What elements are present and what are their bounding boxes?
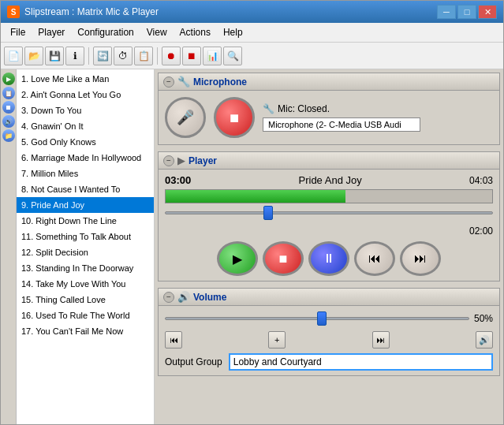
seek-track (165, 211, 493, 214)
seek-slider[interactable] (165, 205, 493, 221)
player-header: − ▶ Player (159, 152, 499, 170)
player-pause-button[interactable]: ⏸ (308, 241, 349, 276)
close-button[interactable]: ✕ (478, 5, 497, 19)
player-play-button[interactable]: ▶ (217, 241, 258, 276)
volume-icon: 🔊 (177, 291, 190, 303)
player-progress-fill (166, 190, 345, 203)
toolbar-record[interactable]: ⏺ (162, 47, 181, 65)
playlist: 1. Love Me Like a Man 2. Ain't Gonna Let… (17, 69, 155, 424)
player-current-time: 03:00 (165, 174, 191, 186)
toolbar-new[interactable]: 📄 (4, 47, 23, 65)
side-icon-5[interactable]: 📁 (2, 129, 15, 142)
volume-track (165, 317, 469, 320)
side-icon-volume[interactable]: 🔊 (2, 115, 15, 128)
volume-title: Volume (193, 292, 226, 303)
playlist-item-10[interactable]: 10. Right Down The Line (17, 213, 154, 229)
microphone-info: 🔧 Mic: Closed. Microphone (2- C-Media US… (263, 103, 420, 132)
playlist-item-3[interactable]: 3. Down To You (17, 103, 154, 118)
output-group-label: Output Group (165, 356, 222, 367)
microphone-record-button[interactable]: 🎤 (165, 97, 206, 138)
volume-start-button[interactable]: ⏮ (165, 331, 182, 349)
minimize-button[interactable]: ─ (437, 5, 456, 19)
toolbar-save[interactable]: 💾 (45, 47, 64, 65)
microphone-content: 🎤 ■ 🔧 Mic: Closed. Microphone (2- C-Medi… (159, 91, 499, 144)
playlist-item-5[interactable]: 5. God Only Knows (17, 134, 154, 150)
toolbar-stop[interactable]: ⏹ (182, 47, 201, 65)
microphone-status-row: 🔧 Mic: Closed. (263, 103, 420, 114)
playlist-item-13[interactable]: 13. Standing In The Doorway (17, 260, 154, 276)
playlist-item-9[interactable]: 9. Pride And Joy (17, 197, 154, 213)
microphone-title: Microphone (193, 76, 247, 88)
playlist-item-4[interactable]: 4. Gnawin' On It (17, 118, 154, 134)
menu-configuration[interactable]: Configuration (71, 24, 140, 40)
menu-help[interactable]: Help (217, 24, 249, 40)
player-progress-bar[interactable] (165, 189, 493, 203)
window-title: Slipstream : Matrix Mic & Player (24, 6, 159, 17)
volume-toggle[interactable]: − (163, 292, 174, 303)
volume-row: 50% (165, 311, 493, 326)
menu-bar: File Player Configuration View Actions H… (1, 23, 503, 43)
player-stop-button[interactable]: ■ (263, 241, 304, 276)
playlist-item-12[interactable]: 12. Split Decision (17, 244, 154, 260)
app-icon: S (7, 6, 20, 18)
toolbar-search[interactable]: 🔍 (223, 47, 242, 65)
microphone-section: − 🔧 Microphone 🎤 ■ 🔧 Mic: Closed. Microp… (158, 73, 500, 145)
playlist-item-16[interactable]: 16. Used To Rule The World (17, 308, 154, 323)
player-content: 03:00 Pride And Joy 04:03 02:00 ▶ (159, 170, 499, 281)
side-icon-3[interactable]: ⏹ (2, 101, 15, 114)
playlist-item-15[interactable]: 15. Thing Called Love (17, 292, 154, 308)
seek-thumb[interactable] (263, 206, 273, 220)
playlist-item-11[interactable]: 11. Something To Talk About (17, 229, 154, 244)
playlist-item-17[interactable]: 17. You Can't Fail Me Now (17, 323, 154, 339)
toolbar-sep-2 (157, 47, 158, 65)
volume-end-button[interactable]: ⏭ (372, 331, 390, 349)
output-group-input[interactable] (229, 353, 493, 371)
toolbar-info[interactable]: ℹ (65, 47, 84, 65)
volume-add-button[interactable]: + (268, 331, 286, 349)
player-toggle[interactable]: − (163, 155, 174, 166)
maximize-button[interactable]: □ (457, 5, 476, 19)
toolbar-open[interactable]: 📂 (24, 47, 43, 65)
title-bar: S Slipstream : Matrix Mic & Player ─ □ ✕ (1, 1, 503, 23)
microphone-stop-button[interactable]: ■ (214, 97, 255, 138)
volume-header: − 🔊 Volume (159, 289, 499, 306)
side-icons-panel: ▶ 📋 ⏹ 🔊 📁 (1, 69, 17, 424)
menu-view[interactable]: View (140, 24, 174, 40)
player-info-row: 03:00 Pride And Joy 04:03 (165, 174, 493, 186)
microphone-device: Microphone (2- C-Media USB Audi (263, 117, 420, 132)
player-section: − ▶ Player 03:00 Pride And Joy 04:03 (158, 151, 500, 281)
playlist-item-8[interactable]: 8. Not Cause I Wanted To (17, 181, 154, 197)
volume-thumb[interactable] (317, 311, 327, 326)
toolbar-refresh[interactable]: 🔄 (93, 47, 112, 65)
main-content: ▶ 📋 ⏹ 🔊 📁 1. Love Me Like a Man 2. Ain't… (1, 69, 503, 424)
menu-player[interactable]: Player (32, 24, 71, 40)
title-controls: ─ □ ✕ (437, 5, 497, 19)
side-icon-2[interactable]: 📋 (2, 87, 15, 99)
playlist-item-14[interactable]: 14. Take My Love With You (17, 276, 154, 292)
playlist-item-2[interactable]: 2. Ain't Gonna Let You Go (17, 87, 154, 103)
player-icon: ▶ (177, 155, 185, 166)
volume-percent: 50% (474, 313, 493, 324)
volume-content: 50% ⏮ + ⏭ 🔊 Output Group (159, 306, 499, 375)
volume-slider[interactable] (165, 311, 469, 326)
player-title: Player (189, 155, 217, 166)
toolbar-list[interactable]: 📋 (134, 47, 153, 65)
player-next-button[interactable]: ⏭ (400, 241, 441, 276)
microphone-icon: 🔧 (177, 76, 190, 88)
microphone-toggle[interactable]: − (163, 76, 174, 88)
playlist-item-6[interactable]: 6. Marriage Made In Hollywood (17, 150, 154, 166)
wrench-icon: 🔧 (263, 103, 274, 114)
playlist-item-7[interactable]: 7. Million Miles (17, 166, 154, 181)
volume-speaker-button[interactable]: 🔊 (476, 331, 493, 349)
toolbar-sep-1 (88, 47, 89, 65)
side-icon-play[interactable]: ▶ (2, 73, 15, 85)
menu-file[interactable]: File (4, 24, 32, 40)
menu-actions[interactable]: Actions (174, 24, 217, 40)
toolbar-chart[interactable]: 📊 (203, 47, 222, 65)
volume-section: − 🔊 Volume 50% ⏮ + (158, 288, 500, 376)
toolbar-clock[interactable]: ⏱ (114, 47, 133, 65)
player-prev-button[interactable]: ⏮ (354, 241, 395, 276)
main-window: S Slipstream : Matrix Mic & Player ─ □ ✕… (0, 0, 504, 425)
playlist-item-1[interactable]: 1. Love Me Like a Man (17, 71, 154, 87)
toolbar: 📄 📂 💾 ℹ 🔄 ⏱ 📋 ⏺ ⏹ 📊 🔍 (1, 43, 503, 69)
